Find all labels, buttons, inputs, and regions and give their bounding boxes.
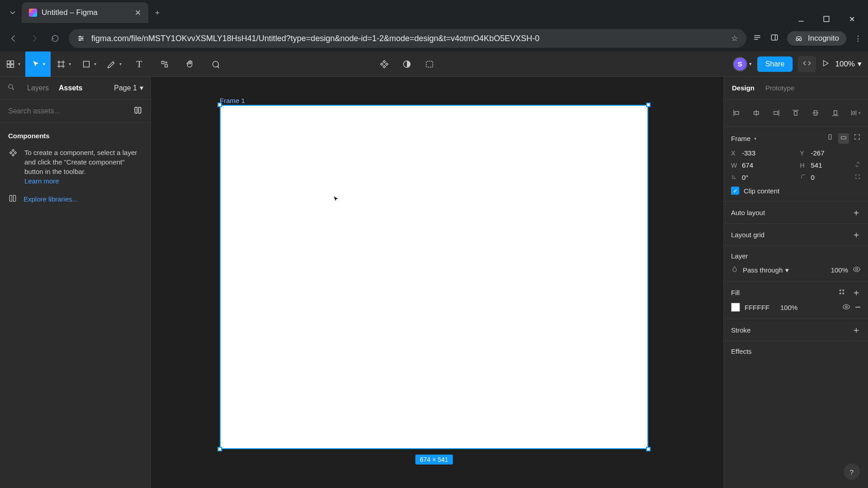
search-icon[interactable] bbox=[7, 83, 15, 93]
svg-point-31 bbox=[9, 84, 13, 89]
chevron-down-icon: ▾ bbox=[140, 84, 143, 92]
frame-tool[interactable]: ▾ bbox=[51, 52, 76, 77]
extensions-icon[interactable] bbox=[753, 33, 762, 44]
align-vcenter-icon[interactable] bbox=[810, 108, 821, 118]
window-maximize-button[interactable] bbox=[820, 13, 833, 25]
tab-title: Untitled – Figma bbox=[42, 8, 98, 17]
resize-handle-ne[interactable] bbox=[646, 103, 651, 107]
blend-mode-menu[interactable]: Pass through ▾ bbox=[743, 266, 789, 274]
corner-radius-input[interactable]: 0 bbox=[800, 174, 861, 181]
bookmark-icon[interactable]: ☆ bbox=[731, 33, 738, 43]
resize-handle-nw[interactable] bbox=[217, 103, 222, 107]
fill-swatch[interactable] bbox=[731, 303, 740, 312]
orientation-portrait-icon[interactable] bbox=[826, 133, 834, 144]
help-button[interactable]: ? bbox=[844, 464, 860, 480]
y-input[interactable]: Y-267 bbox=[800, 149, 861, 157]
incognito-label: Incognito bbox=[808, 34, 839, 43]
pen-tool[interactable]: ▾ bbox=[101, 52, 127, 77]
tab-search-button[interactable] bbox=[4, 4, 22, 22]
svg-rect-24 bbox=[162, 61, 165, 64]
constrain-proportions-icon[interactable] bbox=[854, 161, 861, 169]
canvas[interactable]: Frame 1 674 × 541 bbox=[151, 77, 723, 488]
resize-handle-sw[interactable] bbox=[217, 447, 222, 451]
close-tab-icon[interactable]: ✕ bbox=[135, 8, 141, 18]
window-close-button[interactable]: ✕ bbox=[845, 13, 858, 25]
hand-tool[interactable] bbox=[177, 52, 203, 77]
tab-design[interactable]: Design bbox=[732, 84, 755, 92]
h-input[interactable]: H541 bbox=[800, 161, 861, 169]
svg-rect-38 bbox=[774, 112, 778, 115]
add-fill-button[interactable]: ＋ bbox=[852, 288, 861, 297]
resize-handle-se[interactable] bbox=[646, 447, 651, 451]
add-layoutgrid-button[interactable]: ＋ bbox=[852, 230, 861, 239]
tab-assets[interactable]: Assets bbox=[59, 84, 82, 92]
align-right-icon[interactable] bbox=[771, 108, 782, 118]
zoom-menu[interactable]: 100% ▾ bbox=[835, 59, 861, 69]
layer-opacity-input[interactable]: 100% bbox=[831, 266, 848, 274]
distribute-icon[interactable]: ▾ bbox=[850, 108, 861, 118]
site-settings-icon[interactable] bbox=[77, 34, 85, 42]
back-button[interactable] bbox=[6, 31, 21, 46]
align-top-icon[interactable] bbox=[790, 108, 801, 118]
sidepanel-icon[interactable] bbox=[770, 33, 779, 44]
blend-mode-icon[interactable] bbox=[731, 266, 738, 274]
dev-mode-toggle[interactable] bbox=[798, 56, 816, 72]
fill-visibility-icon[interactable] bbox=[842, 303, 850, 312]
autolayout-heading: Auto layout bbox=[731, 209, 765, 216]
tab-layers[interactable]: Layers bbox=[27, 84, 49, 92]
w-input[interactable]: W674 bbox=[731, 161, 792, 169]
window-minimize-button[interactable] bbox=[795, 13, 807, 25]
align-bottom-icon[interactable] bbox=[830, 108, 841, 118]
address-bar[interactable]: figma.com/file/nMSTY1OKvvXSMLY18HsH41/Un… bbox=[69, 29, 746, 48]
user-avatar-menu[interactable]: S ▾ bbox=[733, 57, 752, 71]
frame[interactable] bbox=[220, 105, 648, 449]
angle-icon bbox=[731, 174, 738, 181]
component-actions-button[interactable] bbox=[375, 52, 393, 77]
frame-label[interactable]: Frame 1 bbox=[220, 97, 245, 104]
orientation-landscape-icon[interactable] bbox=[838, 133, 849, 144]
browser-tab[interactable]: Untitled – Figma ✕ bbox=[22, 2, 148, 23]
text-tool[interactable]: T bbox=[127, 52, 152, 77]
layer-heading: Layer bbox=[731, 252, 861, 260]
explore-libraries-link[interactable]: Explore libraries... bbox=[24, 195, 78, 203]
search-assets-input[interactable] bbox=[8, 107, 128, 115]
components-heading: Components bbox=[8, 132, 142, 140]
library-icon[interactable] bbox=[133, 106, 142, 117]
incognito-chip[interactable]: Incognito bbox=[787, 31, 846, 46]
align-hcenter-icon[interactable] bbox=[751, 108, 762, 118]
resize-to-fit-icon[interactable] bbox=[854, 133, 861, 144]
tab-prototype[interactable]: Prototype bbox=[765, 84, 794, 92]
comment-tool[interactable] bbox=[203, 52, 228, 77]
learn-more-link[interactable]: Learn more bbox=[24, 177, 59, 185]
add-stroke-button[interactable]: ＋ bbox=[852, 325, 861, 334]
svg-rect-25 bbox=[165, 64, 168, 67]
fill-hex-input[interactable]: FFFFFF bbox=[745, 304, 769, 311]
independent-corners-icon[interactable] bbox=[854, 174, 861, 181]
fill-styles-icon[interactable] bbox=[838, 288, 845, 297]
share-button[interactable]: Share bbox=[757, 56, 793, 72]
present-button[interactable] bbox=[821, 59, 830, 69]
layoutgrid-heading: Layout grid bbox=[731, 231, 764, 239]
x-input[interactable]: X-333 bbox=[731, 149, 792, 157]
forward-button[interactable] bbox=[27, 31, 42, 46]
remove-fill-button[interactable]: − bbox=[855, 302, 861, 312]
frame-type-menu[interactable]: Frame ▾ bbox=[731, 135, 756, 142]
rotation-input[interactable]: 0° bbox=[731, 174, 792, 181]
cursor-icon bbox=[332, 195, 340, 205]
new-tab-button[interactable]: ＋ bbox=[148, 4, 166, 22]
dev-handoff-icon[interactable] bbox=[420, 52, 439, 77]
add-autolayout-button[interactable]: ＋ bbox=[852, 208, 861, 217]
main-menu-button[interactable]: ▾ bbox=[0, 52, 25, 77]
align-left-icon[interactable] bbox=[731, 108, 742, 118]
page-menu[interactable]: Page 1 ▾ bbox=[114, 84, 143, 92]
reload-button[interactable] bbox=[48, 31, 62, 46]
visibility-toggle-icon[interactable] bbox=[853, 265, 861, 275]
mask-button[interactable] bbox=[398, 52, 416, 77]
chevron-down-icon: ▾ bbox=[858, 59, 862, 69]
shape-tool[interactable]: ▾ bbox=[76, 52, 101, 77]
resources-tool[interactable] bbox=[152, 52, 177, 77]
clip-content-checkbox[interactable]: ✓ bbox=[731, 187, 739, 195]
fill-opacity-input[interactable]: 100% bbox=[780, 304, 797, 311]
move-tool[interactable]: ▾ bbox=[25, 52, 51, 77]
browser-menu-button[interactable]: ⋮ bbox=[854, 34, 862, 43]
